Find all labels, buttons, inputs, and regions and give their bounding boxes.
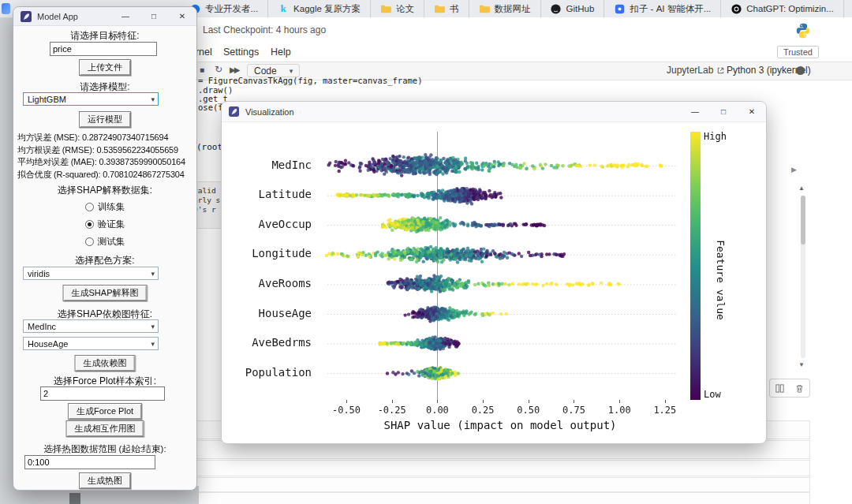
desktop: 专业开发者...kKaggle 复原方案论文书数据网址GitHub扣子 - AI… — [0, 0, 852, 504]
metric-r2: 拟合优度 (R-squared): 0.7081024867275304 — [17, 169, 185, 181]
folder-icon — [380, 3, 391, 14]
model-app-icon — [21, 11, 32, 22]
run-model-button[interactable]: 运行模型 — [79, 111, 131, 128]
upload-file-button[interactable]: 上传文件 — [79, 59, 131, 76]
chatgpt-icon — [731, 3, 742, 14]
viz-titlebar[interactable]: Visualization — □ ✕ — [222, 102, 766, 122]
output-collapser-arrow[interactable]: ▶ — [791, 166, 797, 174]
viz-maximize-button[interactable]: □ — [709, 102, 738, 121]
radio-test[interactable]: 测试集 — [13, 236, 196, 248]
tab-label: 论文 — [396, 3, 414, 15]
generate-heatmap-button[interactable]: 生成热图 — [79, 472, 131, 489]
visualization-window: Visualization — □ ✕ — [221, 101, 767, 444]
trash-icon[interactable] — [794, 383, 805, 394]
generate-dependence-button[interactable]: 生成依赖图 — [75, 355, 136, 371]
dependence-feature1-combobox[interactable]: MedInc ▾ — [23, 319, 159, 333]
tab-label: ChatGPT: Optimizin... — [746, 4, 834, 13]
viz-minimize-button[interactable]: — — [681, 102, 709, 121]
trusted-badge[interactable]: Trusted — [777, 46, 819, 58]
heatmap-range-input[interactable] — [24, 455, 155, 469]
folder-icon — [479, 3, 490, 14]
tab-label: Kaggle 复原方案 — [293, 3, 361, 15]
colormap-combobox-value: viridis — [28, 269, 50, 278]
cell-toolbar — [769, 379, 810, 398]
generate-shap-button[interactable]: 生成SHAP解释图 — [63, 285, 148, 301]
github-icon — [551, 3, 562, 14]
radio-test-circle — [85, 237, 94, 246]
browser-tab[interactable]: 扣子 - AI 智能体开... — [604, 0, 721, 17]
restart-kernel-icon[interactable]: ↻ — [215, 64, 222, 75]
model-maximize-button[interactable]: □ — [140, 7, 168, 25]
radio-test-label: 测试集 — [98, 236, 125, 248]
shap-dataset-label: 选择SHAP解释数据集: — [13, 184, 196, 197]
heatmap-range-label: 选择热图数据范围 (起始:结束): — [13, 443, 196, 455]
generate-interaction-button[interactable]: 生成相互作用图 — [66, 420, 144, 437]
code-line: = FigureCanvasTkAgg(fig, master=canvas_f… — [198, 76, 422, 85]
browser-tab[interactable]: ChatGPT: Optimizin... — [721, 0, 844, 17]
browser-tab[interactable]: GitHub — [541, 0, 605, 17]
external-link-icon — [716, 66, 725, 75]
app-blue-icon — [614, 3, 625, 14]
jupyterlab-label: JupyterLab — [667, 65, 713, 76]
cell-type-value: Code — [254, 65, 277, 77]
model-combobox[interactable]: LightGBM ▾ — [23, 92, 159, 106]
kaggle-icon: k — [278, 3, 289, 14]
metrics-block: 均方误差 (MSE): 0.28724907340715694 均方根误差 (R… — [17, 132, 185, 181]
target-feature-input[interactable] — [50, 42, 157, 56]
partial-tab-icon — [2, 3, 10, 14]
viz-close-button[interactable]: ✕ — [738, 102, 766, 121]
tab-label: 扣子 - AI 智能体开... — [630, 3, 711, 15]
radio-valid-label: 验证集 — [98, 218, 125, 230]
colormap-label: 选择配色方案: — [13, 254, 196, 267]
model-combobox-value: LightGBM — [28, 95, 66, 104]
metric-rmse: 均方根误差 (RMSE): 0.5359562234055659 — [17, 144, 185, 157]
tab-label: GitHub — [566, 4, 595, 13]
scrollbar-up-arrow[interactable]: ▲ — [798, 185, 805, 192]
menu-help[interactable]: Help — [271, 47, 291, 58]
metric-mse: 均方误差 (MSE): 0.28724907340715694 — [17, 132, 185, 144]
dependence-feature2-combobox[interactable]: HouseAge ▾ — [23, 337, 159, 350]
insert-column-icon[interactable] — [775, 383, 785, 394]
radio-valid[interactable]: 验证集 — [13, 218, 196, 230]
scrollbar[interactable] — [801, 196, 805, 358]
empty-cell[interactable] — [189, 477, 810, 492]
force-plot-index-input[interactable] — [40, 386, 165, 401]
interrupt-kernel-icon[interactable]: ■ — [200, 65, 204, 74]
generate-force-plot-button[interactable]: 生成Force Plot — [68, 403, 142, 420]
radio-train-circle — [85, 203, 94, 211]
radio-train[interactable]: 训练集 — [13, 201, 196, 213]
empty-cell[interactable] — [189, 492, 810, 504]
jupyterlab-link[interactable]: JupyterLab — [667, 65, 725, 76]
scrollbar-down-arrow[interactable]: ▼ — [798, 361, 805, 368]
viz-window-icon — [229, 106, 240, 118]
chevron-down-icon: ▾ — [151, 93, 155, 106]
tab-label: 数据网址 — [495, 3, 531, 15]
menu-settings[interactable]: Settings — [223, 47, 259, 58]
run-all-icon[interactable]: ▶▶ — [230, 65, 238, 74]
radio-train-label: 训练集 — [98, 201, 125, 213]
shap-beeswarm-canvas — [222, 122, 764, 442]
radio-valid-circle — [85, 220, 94, 229]
browser-tab[interactable]: kKaggle 复原方案 — [268, 0, 371, 17]
chevron-down-icon: ▾ — [151, 320, 155, 334]
browser-tab[interactable]: 数据网址 — [469, 0, 541, 17]
kernel-status-icon — [796, 66, 805, 75]
model-minimize-button[interactable]: — — [111, 7, 140, 25]
taskbar-fragment — [69, 493, 80, 504]
model-app-titlebar[interactable]: Model App — □ ✕ — [13, 7, 196, 26]
scrollbar-thumb[interactable] — [801, 196, 805, 245]
browser-tab[interactable]: 论文 — [371, 0, 424, 17]
tab-label: 专业开发者... — [205, 3, 258, 15]
colormap-combobox[interactable]: viridis ▾ — [23, 267, 159, 280]
dependence-feature2-value: HouseAge — [28, 339, 68, 349]
browser-tab[interactable]: 书 — [424, 0, 469, 17]
checkpoint-text: Last Checkpoint: 4 hours ago — [203, 24, 326, 35]
tab-label: 书 — [450, 3, 459, 15]
chevron-down-icon: ▾ — [290, 67, 293, 75]
target-feature-label: 请选择目标特征: — [13, 29, 196, 43]
empty-cell[interactable] — [189, 460, 810, 476]
model-close-button[interactable]: ✕ — [168, 7, 196, 25]
dependence-feature1-value: MedInc — [28, 322, 56, 331]
chevron-down-icon: ▾ — [151, 338, 155, 351]
python-logo — [794, 22, 812, 39]
